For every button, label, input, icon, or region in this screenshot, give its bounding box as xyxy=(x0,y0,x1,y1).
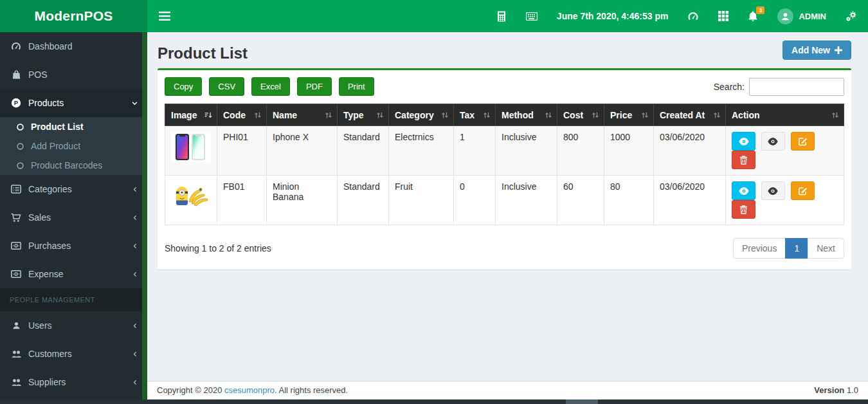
calculator-button[interactable] xyxy=(496,11,507,22)
notifications-button[interactable]: 3 xyxy=(748,11,758,22)
cell-code: FB01 xyxy=(217,176,267,225)
cell-cost: 60 xyxy=(557,176,604,225)
datetime-display: June 7th 2020, 4:46:53 pm xyxy=(557,11,669,21)
sort-icon xyxy=(375,111,384,120)
money-icon xyxy=(10,242,23,250)
view-button[interactable] xyxy=(732,132,755,151)
edit-pencil-icon xyxy=(798,136,808,146)
chevron-down-icon xyxy=(131,100,138,107)
eye-icon xyxy=(768,138,778,145)
sidebar-item-add-product[interactable]: Add Product xyxy=(0,136,147,156)
sidebar: Dashboard POS P Products xyxy=(0,32,147,404)
csv-button[interactable]: CSV xyxy=(209,77,244,96)
list-icon xyxy=(10,185,23,194)
pagination-next[interactable]: Next xyxy=(808,238,844,259)
sort-icon xyxy=(440,111,449,120)
calculator-icon xyxy=(496,11,507,22)
chevron-left-icon xyxy=(132,243,138,250)
cell-category: Electrnics xyxy=(389,126,454,176)
column-header-code[interactable]: Code xyxy=(217,104,267,126)
preview-button[interactable] xyxy=(761,132,785,151)
sidebar-item-purchases[interactable]: Purchases xyxy=(0,232,147,260)
trash-icon xyxy=(739,155,748,165)
cell-type: Standard xyxy=(338,176,389,225)
user-menu[interactable]: ADMIN xyxy=(777,8,826,24)
print-button[interactable]: Print xyxy=(339,77,374,96)
excel-button[interactable]: Excel xyxy=(251,77,290,96)
chevron-left-icon xyxy=(132,379,138,386)
pagination-previous[interactable]: Previous xyxy=(733,238,786,259)
user-icon xyxy=(781,12,790,21)
settings-button[interactable] xyxy=(845,11,858,22)
avatar xyxy=(777,8,793,24)
table-summary: Showing 1 to 2 of 2 entries xyxy=(165,243,271,253)
edit-pencil-icon xyxy=(798,186,808,196)
chevron-left-icon xyxy=(132,214,138,221)
sidebar-item-users[interactable]: Users xyxy=(0,311,147,340)
cell-name: Minion Banana xyxy=(267,176,338,225)
sort-icon xyxy=(482,111,491,120)
column-header-cost[interactable]: Cost xyxy=(557,104,604,126)
column-header-price[interactable]: Price xyxy=(604,104,654,126)
column-header-image[interactable]: Image xyxy=(165,104,217,126)
add-new-button[interactable]: Add New xyxy=(782,41,851,60)
edit-button[interactable] xyxy=(791,181,815,200)
pagination-page-1[interactable]: 1 xyxy=(785,238,808,259)
sort-icon xyxy=(544,111,553,120)
sidebar-item-label: POS xyxy=(28,69,48,80)
column-header-action[interactable]: Action xyxy=(726,104,844,126)
footer: Copyright © 2020 csesumonpro. All rights… xyxy=(147,381,868,399)
dashboard-shortcut-button[interactable] xyxy=(687,12,699,21)
sidebar-item-label: Purchases xyxy=(28,241,71,251)
sidebar-item-products[interactable]: P Products xyxy=(0,89,147,117)
sidebar-item-pos[interactable]: POS xyxy=(0,60,147,89)
cell-method: Inclusive xyxy=(496,126,557,176)
sidebar-item-expense[interactable]: Expense xyxy=(0,260,147,288)
sidebar-scrollbar[interactable] xyxy=(142,32,147,404)
horizontal-scrollbar[interactable] xyxy=(0,399,868,404)
delete-button[interactable] xyxy=(732,151,755,169)
column-header-tax[interactable]: Tax xyxy=(454,104,496,126)
apps-grid-button[interactable] xyxy=(718,11,728,21)
column-header-created-at[interactable]: Created At xyxy=(654,104,726,126)
csesumonpro-link[interactable]: csesumonpro xyxy=(224,385,275,395)
pagination: Previous 1 Next xyxy=(733,238,844,259)
plus-icon xyxy=(835,46,842,54)
eye-icon xyxy=(768,187,778,195)
sidebar-item-product-list[interactable]: Product List xyxy=(0,117,147,136)
cell-tax: 1 xyxy=(454,126,496,176)
sidebar-item-categories[interactable]: Categories xyxy=(0,175,147,203)
version-text: Version 1.0 xyxy=(814,385,858,395)
gears-icon xyxy=(845,11,858,22)
edit-button[interactable] xyxy=(791,132,815,151)
cell-price: 1000 xyxy=(604,126,654,176)
grid-icon xyxy=(718,11,728,21)
sort-icon xyxy=(640,111,649,120)
column-header-type[interactable]: Type xyxy=(338,104,389,126)
view-button[interactable] xyxy=(732,181,755,200)
sidebar-item-label: Users xyxy=(28,320,52,331)
sidebar-item-dashboard[interactable]: Dashboard xyxy=(0,32,147,60)
sidebar-item-sales[interactable]: Sales xyxy=(0,203,147,232)
copy-button[interactable]: Copy xyxy=(165,77,202,96)
app-logo[interactable]: ModernPOS xyxy=(0,0,147,32)
sidebar-item-suppliers[interactable]: Suppliers xyxy=(0,368,147,396)
preview-button[interactable] xyxy=(761,181,785,200)
keyboard-button[interactable] xyxy=(526,12,538,21)
users-icon xyxy=(10,378,23,387)
column-header-category[interactable]: Category xyxy=(389,104,454,126)
sidebar-item-label: Add Product xyxy=(31,141,80,151)
column-header-name[interactable]: Name xyxy=(267,104,338,126)
search-input[interactable] xyxy=(749,78,844,96)
search-label: Search: xyxy=(714,82,745,92)
table-header-row: Image Code Name Type Category Tax Method… xyxy=(165,104,844,126)
pdf-button[interactable]: PDF xyxy=(297,77,332,96)
circle-icon xyxy=(14,123,26,131)
horizontal-scrollbar-thumb[interactable] xyxy=(566,399,598,404)
sidebar-toggle-button[interactable] xyxy=(147,0,182,32)
sidebar-item-product-barcodes[interactable]: Product Barcodes xyxy=(0,156,147,175)
sidebar-item-customers[interactable]: Customers xyxy=(0,340,147,368)
chevron-left-icon xyxy=(132,351,138,358)
column-header-method[interactable]: Method xyxy=(496,104,557,126)
delete-button[interactable] xyxy=(732,200,755,219)
